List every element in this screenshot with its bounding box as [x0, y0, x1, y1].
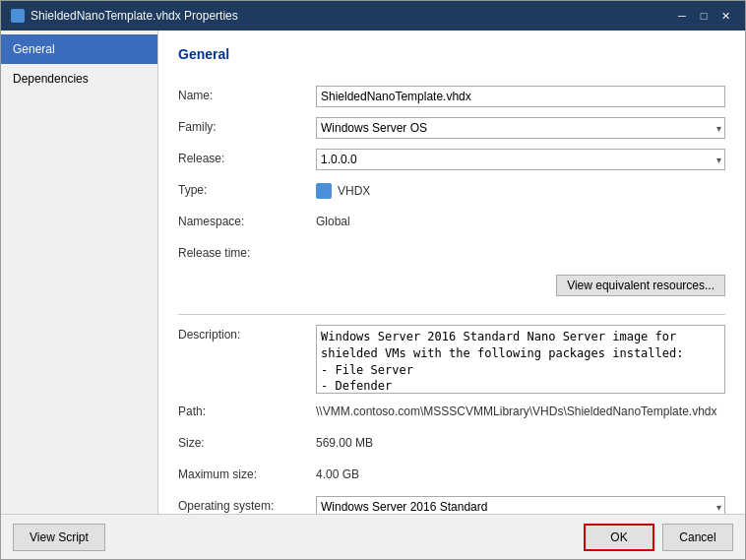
name-label: Name:: [178, 86, 316, 102]
os-select-wrapper: Windows Server 2016 Standard ▾: [316, 496, 725, 514]
description-label: Description:: [178, 325, 316, 342]
app-icon: [11, 9, 25, 23]
close-button[interactable]: ✕: [715, 7, 735, 25]
name-row: Name:: [178, 86, 725, 109]
release-time-label: Release time:: [178, 243, 316, 260]
view-equivalent-button[interactable]: View equivalent resources...: [556, 275, 725, 296]
content-area: General Name: Family: Windows Server OS …: [158, 31, 745, 514]
release-row: Release: 1.0.0.0 ▾: [178, 149, 725, 172]
maximize-button[interactable]: □: [694, 7, 714, 25]
max-size-row: Maximum size: 4.00 GB: [178, 465, 725, 488]
release-time-row: Release time:: [178, 243, 725, 267]
title-bar-left: ShieldedNanoTemplate.vhdx Properties: [11, 9, 238, 23]
release-select-wrapper: 1.0.0.0 ▾: [316, 149, 725, 170]
os-row: Operating system: Windows Server 2016 St…: [178, 496, 725, 514]
family-select[interactable]: Windows Server OS: [316, 117, 725, 139]
size-label: Size:: [178, 433, 316, 450]
family-label: Family:: [178, 117, 316, 134]
cancel-button[interactable]: Cancel: [662, 524, 733, 551]
family-row: Family: Windows Server OS ▾: [178, 117, 725, 141]
sidebar: General Dependencies: [1, 31, 158, 514]
path-label: Path:: [178, 402, 316, 418]
title-controls: ─ □ ✕: [672, 7, 735, 25]
title-bar: ShieldedNanoTemplate.vhdx Properties ─ □…: [1, 1, 745, 31]
release-time-value: [316, 243, 725, 246]
description-textarea[interactable]: Windows Server 2016 Standard Nano Server…: [316, 325, 725, 394]
os-select[interactable]: Windows Server 2016 Standard: [316, 496, 725, 514]
description-row: Description: Windows Server 2016 Standar…: [178, 325, 725, 394]
max-size-label: Maximum size:: [178, 465, 316, 481]
dialog-body: General Dependencies General Name: Famil…: [1, 31, 745, 514]
separator: [178, 314, 725, 315]
view-script-button[interactable]: View Script: [13, 524, 105, 551]
ok-button[interactable]: OK: [584, 524, 654, 551]
minimize-button[interactable]: ─: [672, 7, 692, 25]
max-size-value: 4.00 GB: [316, 465, 725, 481]
path-row: Path: \\VMM.contoso.com\MSSSCVMMLibrary\…: [178, 402, 725, 425]
type-value: VHDX: [316, 180, 725, 199]
name-input[interactable]: [316, 86, 725, 107]
path-value: \\VMM.contoso.com\MSSSCVMMLibrary\VHDs\S…: [316, 402, 725, 418]
sidebar-item-dependencies[interactable]: Dependencies: [1, 64, 157, 93]
namespace-value: Global: [316, 212, 725, 228]
dialog-window: ShieldedNanoTemplate.vhdx Properties ─ □…: [0, 0, 746, 560]
dialog-footer: View Script OK Cancel: [1, 514, 745, 559]
vhdx-icon: [316, 183, 332, 199]
os-label: Operating system:: [178, 496, 316, 513]
type-row: Type: VHDX: [178, 180, 725, 204]
namespace-label: Namespace:: [178, 212, 316, 228]
sidebar-item-general[interactable]: General: [1, 34, 157, 64]
type-label: Type:: [178, 180, 316, 197]
footer-right: OK Cancel: [584, 524, 733, 551]
view-eq-container: View equivalent resources...: [178, 275, 725, 304]
family-select-wrapper: Windows Server OS ▾: [316, 117, 725, 139]
size-value: 569.00 MB: [316, 433, 725, 450]
release-select[interactable]: 1.0.0.0: [316, 149, 725, 170]
window-title: ShieldedNanoTemplate.vhdx Properties: [31, 9, 238, 23]
size-row: Size: 569.00 MB: [178, 433, 725, 457]
release-label: Release:: [178, 149, 316, 165]
content-title: General: [178, 46, 725, 70]
namespace-row: Namespace: Global: [178, 212, 725, 235]
